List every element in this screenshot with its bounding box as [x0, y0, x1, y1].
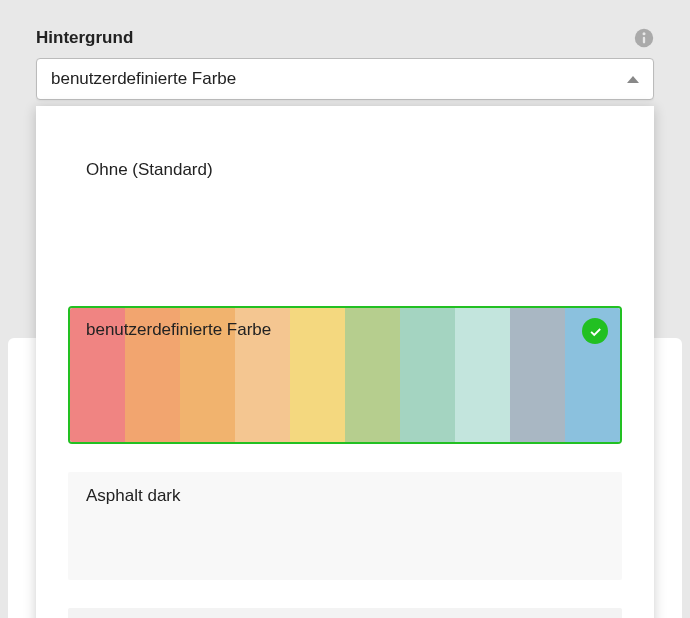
option-label: Asphalt dark	[86, 486, 604, 506]
select-current-value: benutzerdefinierte Farbe	[51, 69, 236, 89]
color-swatch	[455, 308, 510, 442]
option-asphalt-dark[interactable]: Asphalt dark	[68, 472, 622, 580]
info-icon[interactable]	[634, 28, 654, 48]
option-next-partial[interactable]	[68, 608, 622, 618]
background-select[interactable]: benutzerdefinierte Farbe	[36, 58, 654, 100]
svg-rect-1	[643, 37, 645, 44]
check-icon	[582, 318, 608, 344]
color-swatch	[400, 308, 455, 442]
background-dropdown: Ohne (Standard) benutzerdefinierte Farbe…	[36, 106, 654, 618]
field-label: Hintergrund	[36, 28, 133, 48]
svg-point-2	[643, 32, 646, 35]
option-label: Ohne (Standard)	[86, 160, 213, 179]
option-custom-color[interactable]: benutzerdefinierte Farbe	[68, 306, 622, 444]
option-none-standard[interactable]: Ohne (Standard)	[68, 146, 622, 278]
option-label: benutzerdefinierte Farbe	[86, 320, 271, 340]
color-swatch	[345, 308, 400, 442]
color-swatch	[510, 308, 565, 442]
chevron-up-icon	[627, 76, 639, 83]
color-swatch	[290, 308, 345, 442]
